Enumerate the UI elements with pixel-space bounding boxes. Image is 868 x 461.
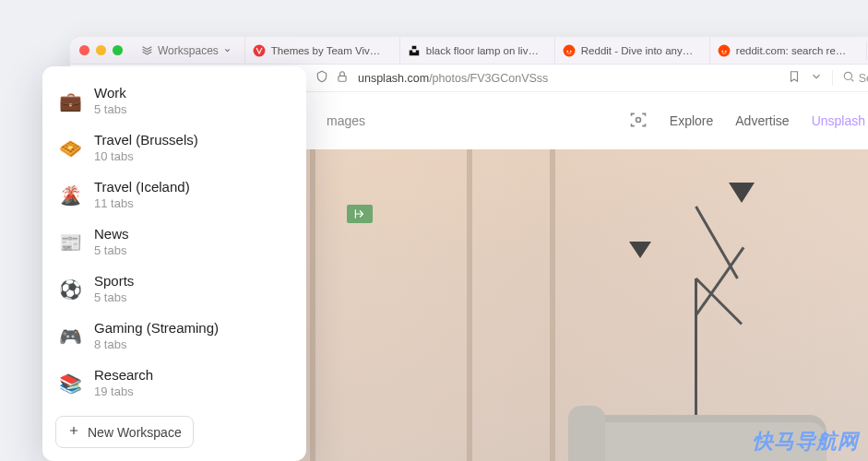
waffle-icon: 🧇 (59, 137, 81, 160)
reddit-icon (718, 44, 731, 57)
svg-point-3 (570, 50, 572, 52)
svg-point-0 (253, 44, 265, 56)
volcano-icon: 🌋 (59, 184, 81, 207)
workspace-tab-count: 10 tabs (94, 149, 198, 164)
shield-icon[interactable] (315, 70, 328, 87)
gamepad-icon: 🎮 (59, 325, 81, 348)
url-path: /photos/FV3GConVSss (429, 72, 548, 85)
workspace-tab-count: 19 tabs (94, 384, 153, 399)
workspace-name: News (94, 226, 129, 243)
bookmark-icon[interactable] (788, 70, 801, 87)
addressbar-left-icons (315, 70, 349, 87)
new-workspace-label: New Workspace (88, 425, 182, 440)
workspaces-icon (141, 43, 153, 58)
tab-title: black floor lamp on living r… (426, 45, 540, 56)
svg-point-2 (566, 50, 568, 52)
workspace-item-sports[interactable]: ⚽ Sports 5 tabs (42, 266, 306, 313)
nav-link-unsplash[interactable]: Unsplash (812, 113, 865, 128)
workspace-item-travel-iceland[interactable]: 🌋 Travel (Iceland) 11 tabs (42, 171, 306, 219)
tab-3[interactable]: reddit.com: search results (709, 37, 857, 64)
workspace-tab-count: 5 tabs (94, 102, 126, 117)
chevron-down-icon[interactable] (810, 70, 823, 87)
workspace-name: Work (94, 85, 126, 102)
tab-title: reddit.com: search results (736, 45, 850, 56)
vivaldi-icon (253, 44, 266, 57)
nav-link-advertise[interactable]: Advertise (735, 113, 789, 128)
titlebar: Workspaces Themes by Team Vivaldi black … (70, 37, 868, 65)
workspace-tab-count: 8 tabs (94, 337, 219, 352)
briefcase-icon: 💼 (59, 90, 81, 112)
exit-sign-icon (347, 205, 373, 223)
sofa-graphic (587, 415, 826, 461)
workspace-tab-count: 5 tabs (94, 290, 134, 305)
plus-icon (67, 424, 80, 440)
window-maximize-button[interactable] (113, 45, 123, 55)
search-icon (842, 70, 855, 86)
svg-point-6 (725, 50, 727, 52)
workspace-name: Sports (94, 273, 134, 290)
books-icon: 📚 (59, 372, 81, 395)
new-workspace-button[interactable]: New Workspace (55, 416, 194, 448)
unsplash-icon (408, 44, 421, 57)
window-close-button[interactable] (79, 45, 89, 55)
svg-rect-7 (339, 76, 346, 81)
visual-search-icon[interactable] (629, 111, 648, 132)
toolbar-search-placeholder: Se (859, 72, 868, 85)
nav-link-explore[interactable]: Explore (670, 113, 713, 128)
workspace-name: Travel (Iceland) (94, 179, 190, 196)
workspaces-panel: 💼 Work 5 tabs 🧇 Travel (Brussels) 10 tab… (42, 66, 306, 461)
soccer-ball-icon: ⚽ (59, 278, 81, 301)
lamp-graphic (587, 177, 771, 417)
tab-0[interactable]: Themes by Team Vivaldi (244, 37, 392, 64)
workspace-tab-count: 11 tabs (94, 196, 190, 211)
svg-point-5 (721, 50, 723, 52)
workspace-name: Travel (Brussels) (94, 132, 198, 149)
workspace-name: Research (94, 367, 153, 384)
svg-point-4 (718, 44, 730, 56)
tab-title: Reddit - Dive into anything (581, 45, 695, 56)
chevron-down-icon (223, 44, 232, 57)
window-controls (79, 45, 123, 55)
toolbar-search[interactable]: Se (832, 70, 868, 86)
svg-point-1 (563, 44, 575, 56)
tab-1[interactable]: black floor lamp on living r… (399, 37, 547, 64)
reddit-icon (563, 44, 576, 57)
workspaces-label: Workspaces (158, 44, 219, 57)
url-display[interactable]: unsplash.com/photos/FV3GConVSss (358, 72, 548, 85)
newspaper-icon: 📰 (59, 231, 81, 254)
lock-icon[interactable] (336, 70, 349, 87)
workspace-item-work[interactable]: 💼 Work 5 tabs (42, 77, 306, 124)
workspace-name: Gaming (Streaming) (94, 320, 219, 337)
tab-title: Themes by Team Vivaldi (271, 45, 385, 56)
svg-point-9 (636, 117, 640, 122)
window-minimize-button[interactable] (96, 45, 106, 55)
workspace-item-research[interactable]: 📚 Research 19 tabs (42, 360, 306, 407)
workspace-item-news[interactable]: 📰 News 5 tabs (42, 219, 306, 266)
url-domain: unsplash.com (358, 72, 429, 85)
workspace-item-travel-brussels[interactable]: 🧇 Travel (Brussels) 10 tabs (42, 124, 306, 171)
workspace-tab-count: 5 tabs (94, 243, 129, 258)
tab-2[interactable]: Reddit - Dive into anything (554, 37, 702, 64)
svg-point-8 (844, 72, 851, 79)
workspaces-button[interactable]: Workspaces (136, 41, 237, 61)
workspace-item-gaming[interactable]: 🎮 Gaming (Streaming) 8 tabs (42, 313, 306, 360)
